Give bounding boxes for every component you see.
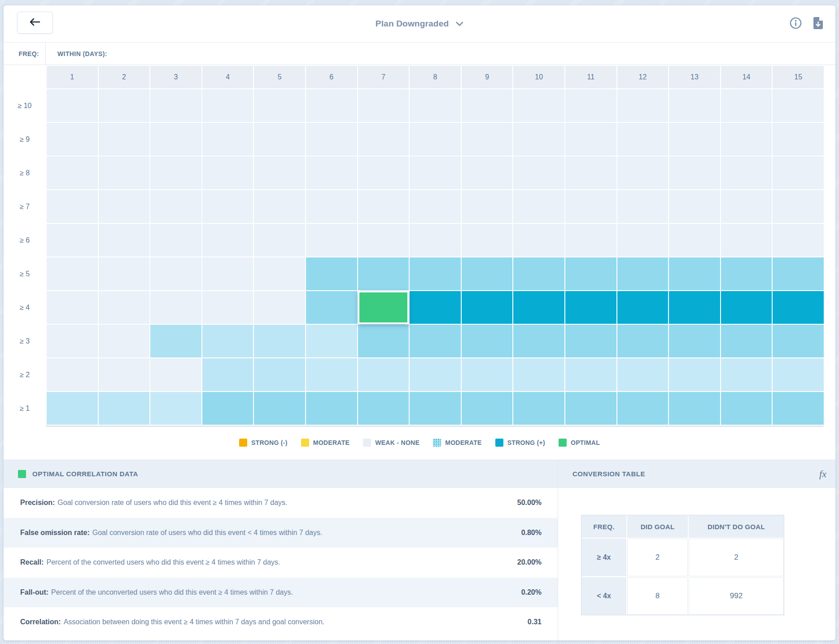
heatmap-cell[interactable] <box>410 325 461 357</box>
heatmap-cell[interactable] <box>47 325 98 357</box>
heatmap-cell[interactable] <box>99 325 150 357</box>
heatmap-cell[interactable] <box>306 89 357 122</box>
heatmap-cell[interactable] <box>410 257 461 290</box>
heatmap-cell[interactable] <box>669 358 720 391</box>
heatmap-cell[interactable] <box>47 358 98 391</box>
heatmap-cell[interactable] <box>306 392 357 425</box>
heatmap-cell[interactable] <box>462 358 513 391</box>
heatmap-cell[interactable] <box>254 257 305 290</box>
heatmap-cell[interactable] <box>306 123 357 156</box>
heatmap-cell[interactable] <box>202 358 253 391</box>
heatmap-cell[interactable] <box>773 224 824 257</box>
heatmap-cell[interactable] <box>669 123 720 156</box>
heatmap-cell[interactable] <box>462 157 513 189</box>
heatmap-cell[interactable] <box>513 392 564 425</box>
heatmap-cell[interactable] <box>565 224 616 257</box>
heatmap-cell[interactable] <box>306 157 357 189</box>
heatmap-cell[interactable] <box>99 123 150 156</box>
heatmap-cell[interactable] <box>150 224 201 257</box>
heatmap-cell[interactable] <box>773 291 824 324</box>
heatmap-cell[interactable] <box>202 325 253 357</box>
event-selector[interactable]: Plan Downgraded <box>376 19 463 29</box>
heatmap-cell[interactable] <box>47 224 98 257</box>
heatmap-cell[interactable] <box>410 291 461 324</box>
heatmap-cell[interactable] <box>150 89 201 122</box>
heatmap-cell[interactable] <box>513 358 564 391</box>
heatmap-cell[interactable] <box>150 392 201 425</box>
heatmap-cell[interactable] <box>99 157 150 189</box>
heatmap-cell[interactable] <box>150 291 201 324</box>
heatmap-cell[interactable] <box>773 257 824 290</box>
heatmap-cell[interactable] <box>462 392 513 425</box>
heatmap-cell[interactable] <box>358 123 409 156</box>
heatmap-cell[interactable] <box>513 89 564 122</box>
heatmap-cell[interactable] <box>99 358 150 391</box>
heatmap-cell[interactable] <box>254 392 305 425</box>
heatmap-cell[interactable] <box>254 157 305 189</box>
heatmap-cell[interactable] <box>358 89 409 122</box>
heatmap-cell[interactable] <box>513 291 564 324</box>
heatmap-cell[interactable] <box>565 392 616 425</box>
heatmap-cell[interactable] <box>617 358 669 391</box>
heatmap-cell[interactable] <box>254 190 305 223</box>
heatmap-cell[interactable] <box>202 257 253 290</box>
heatmap-cell[interactable] <box>462 291 513 324</box>
heatmap-cell[interactable] <box>513 257 564 290</box>
heatmap-cell[interactable] <box>358 325 409 357</box>
heatmap-cell[interactable] <box>462 123 513 156</box>
heatmap-cell[interactable] <box>773 123 824 156</box>
heatmap-cell[interactable] <box>721 89 772 122</box>
heatmap-cell[interactable] <box>150 325 201 357</box>
heatmap-cell[interactable] <box>47 291 98 324</box>
heatmap-cell[interactable] <box>617 291 669 324</box>
heatmap-cell[interactable] <box>150 257 201 290</box>
heatmap-cell[interactable] <box>358 392 409 425</box>
heatmap-cell[interactable] <box>462 224 513 257</box>
heatmap-cell[interactable] <box>773 157 824 189</box>
heatmap-cell[interactable] <box>721 392 772 425</box>
heatmap-cell[interactable] <box>254 89 305 122</box>
heatmap-cell[interactable] <box>150 190 201 223</box>
heatmap-cell[interactable] <box>565 291 616 324</box>
heatmap-cell[interactable] <box>565 123 616 156</box>
heatmap-cell[interactable] <box>565 358 616 391</box>
heatmap-cell[interactable] <box>462 325 513 357</box>
heatmap-cell[interactable] <box>47 157 98 189</box>
heatmap-cell[interactable] <box>721 291 772 324</box>
heatmap-cell[interactable] <box>358 157 409 189</box>
heatmap-cell[interactable] <box>617 325 669 357</box>
heatmap-cell[interactable] <box>565 190 616 223</box>
heatmap-cell[interactable] <box>254 325 305 357</box>
heatmap-cell[interactable] <box>721 257 772 290</box>
heatmap-cell[interactable] <box>721 157 772 189</box>
heatmap-cell[interactable] <box>358 224 409 257</box>
heatmap-cell[interactable] <box>358 257 409 290</box>
heatmap-cell[interactable] <box>47 257 98 290</box>
heatmap-cell[interactable] <box>462 89 513 122</box>
heatmap-cell[interactable] <box>358 358 409 391</box>
heatmap-cell[interactable] <box>99 89 150 122</box>
heatmap-cell[interactable] <box>669 224 720 257</box>
heatmap-cell[interactable] <box>202 157 253 189</box>
heatmap-cell[interactable] <box>150 358 201 391</box>
heatmap-cell[interactable] <box>306 190 357 223</box>
heatmap-cell[interactable] <box>202 291 253 324</box>
heatmap-cell[interactable] <box>513 123 564 156</box>
heatmap-cell[interactable] <box>99 291 150 324</box>
heatmap-cell[interactable] <box>202 89 253 122</box>
heatmap-cell[interactable] <box>617 392 669 425</box>
heatmap-cell[interactable] <box>513 325 564 357</box>
heatmap-cell[interactable] <box>513 190 564 223</box>
heatmap-cell[interactable] <box>617 157 669 189</box>
heatmap-cell[interactable] <box>99 190 150 223</box>
heatmap-cell[interactable] <box>306 291 357 324</box>
heatmap-cell[interactable] <box>669 392 720 425</box>
heatmap-cell[interactable] <box>254 358 305 391</box>
heatmap-cell[interactable] <box>150 157 201 189</box>
heatmap-cell[interactable] <box>513 224 564 257</box>
heatmap-cell[interactable] <box>565 157 616 189</box>
heatmap-cell[interactable] <box>254 224 305 257</box>
heatmap-cell[interactable] <box>565 325 616 357</box>
heatmap-cell[interactable] <box>254 123 305 156</box>
heatmap-cell[interactable] <box>410 123 461 156</box>
